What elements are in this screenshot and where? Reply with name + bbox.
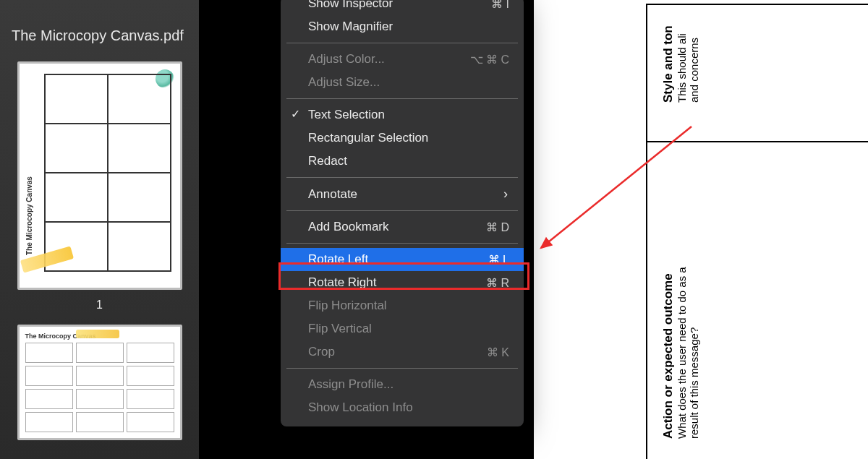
- thumb-title-rotated: The Microcopy Canvas: [25, 176, 33, 255]
- thumb-grid: [44, 74, 171, 272]
- document-title: The Microcopy Canvas.pdf: [12, 27, 187, 44]
- menu-item-flip-vertical: Flip Vertical: [281, 317, 524, 340]
- section-style-tone: Style and ton This should ali and concer…: [661, 25, 700, 103]
- menu-item-show-location-info: Show Location Info: [281, 396, 524, 419]
- menu-item-rectangular-selection[interactable]: Rectangular Selection: [281, 126, 524, 150]
- menu-item-label: Show Location Info: [308, 400, 509, 415]
- section-action-sub2: result of this message?: [688, 267, 700, 439]
- menu-item-label: Show Magnifier: [308, 20, 509, 34]
- menu-item-crop: Crop⌘ K: [281, 340, 524, 364]
- menu-item-show-magnifier[interactable]: Show Magnifier: [281, 15, 524, 38]
- page-number-1: 1: [96, 299, 103, 312]
- menu-separator: [286, 43, 518, 43]
- section-action-sub1: What does the user need to do as a: [676, 267, 688, 439]
- menu-item-label: Adjust Size...: [308, 75, 509, 90]
- yellow-highlight-2-icon: [76, 330, 119, 338]
- menu-item-label: Annotate: [308, 187, 503, 202]
- menu-item-label: Redact: [308, 154, 509, 168]
- menu-item-label: Adjust Color...: [308, 52, 470, 67]
- menu-item-shortcut: ⌘ I: [491, 0, 509, 11]
- menu-item-label: Rotate Left: [308, 252, 488, 267]
- menu-item-label: Add Bookmark: [308, 220, 486, 234]
- menu-separator: [286, 98, 518, 99]
- menu-item-rotate-left[interactable]: Rotate Left⌘ L: [281, 248, 524, 271]
- app-window: The Microcopy Canvas.pdf The Microcopy C…: [0, 0, 868, 459]
- section-style-heading: Style and ton: [661, 25, 676, 103]
- menu-item-shortcut: ⌘ L: [488, 253, 509, 267]
- thumbnail-2-wrap: The Microcopy Canvas: [12, 325, 187, 440]
- menu-separator: [286, 243, 518, 244]
- menu-item-label: Show Inspector: [308, 0, 491, 11]
- thumbnails-sidebar: The Microcopy Canvas.pdf The Microcopy C…: [0, 0, 199, 459]
- menu-item-label: Text Selection: [308, 108, 509, 122]
- menu-item-shortcut: ⌘ K: [487, 346, 509, 359]
- doc-divider-line: [647, 141, 868, 142]
- menu-item-shortcut: ⌘ R: [486, 276, 509, 290]
- menu-item-annotate[interactable]: Annotate›: [281, 182, 524, 206]
- menu-separator: [286, 210, 518, 211]
- menu-item-flip-horizontal: Flip Horizontal: [281, 294, 524, 317]
- section-action-outcome: Action or expected outcome What does the…: [661, 267, 700, 439]
- menu-item-assign-profile: Assign Profile...: [281, 373, 524, 396]
- menu-item-add-bookmark[interactable]: Add Bookmark⌘ D: [281, 215, 524, 239]
- menu-item-adjust-size: Adjust Size...: [281, 71, 524, 94]
- page-thumbnail-2[interactable]: The Microcopy Canvas: [17, 325, 182, 440]
- document-page: Style and ton This should ali and concer…: [532, 0, 868, 459]
- section-style-sub1: This should ali: [676, 25, 688, 103]
- menu-item-label: Assign Profile...: [308, 377, 509, 392]
- menu-item-label: Flip Vertical: [308, 322, 509, 336]
- menu-item-shortcut: ⌥ ⌘ C: [470, 53, 509, 67]
- context-menu: Show Inspector⌘ IShow MagnifierAdjust Co…: [281, 0, 524, 426]
- menu-item-redact[interactable]: Redact: [281, 150, 524, 173]
- menu-item-adjust-color: Adjust Color...⌥ ⌘ C: [281, 48, 524, 71]
- section-action-heading: Action or expected outcome: [661, 267, 676, 439]
- page-thumbnail-1[interactable]: The Microcopy Canvas: [17, 61, 182, 290]
- menu-item-label: Crop: [308, 345, 487, 359]
- menu-separator: [286, 177, 518, 178]
- section-style-sub2: and concerns: [688, 25, 700, 103]
- menu-item-show-inspector[interactable]: Show Inspector⌘ I: [281, 0, 524, 15]
- thumbnail-1-wrap: The Microcopy Canvas 1: [12, 61, 187, 312]
- check-icon: ✓: [291, 107, 300, 121]
- thumb2-grid: [25, 343, 174, 432]
- menu-item-label: Rotate Right: [308, 275, 486, 290]
- menu-item-text-selection[interactable]: ✓Text Selection: [281, 103, 524, 126]
- menu-item-label: Flip Horizontal: [308, 299, 509, 313]
- menu-separator: [286, 368, 518, 369]
- menu-item-shortcut: ⌘ D: [486, 220, 509, 234]
- chevron-right-icon: ›: [503, 186, 509, 202]
- menu-item-label: Rectangular Selection: [308, 131, 509, 145]
- menu-item-rotate-right[interactable]: Rotate Right⌘ R: [281, 271, 524, 294]
